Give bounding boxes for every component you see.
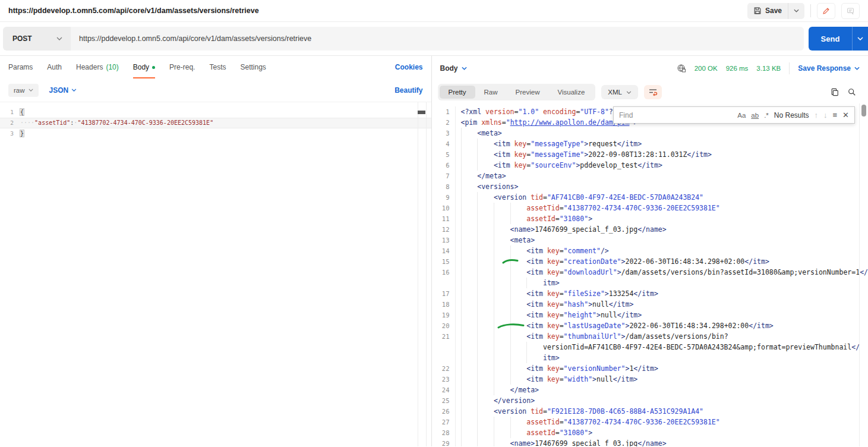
code-line: itm> [432, 278, 868, 288]
response-tab-visualize[interactable]: Visualize [548, 86, 594, 99]
response-tab-pretty[interactable]: Pretty [440, 86, 475, 99]
chevron-down-icon [29, 89, 33, 92]
tab-auth[interactable]: Auth [47, 56, 62, 78]
code-line: 26<version tid="F921E128-7D0B-4C65-88B4-… [432, 406, 868, 417]
copy-icon[interactable] [831, 88, 839, 96]
annotation-green-stroke-1 [502, 258, 519, 265]
code-line: 6<itm key="sourceEnv">pddevelop_test</it… [432, 160, 868, 171]
tab-headers[interactable]: Headers(10) [76, 56, 119, 78]
header-divider [789, 62, 790, 74]
save-button[interactable]: Save [747, 3, 788, 19]
close-icon[interactable]: ✕ [842, 111, 849, 119]
code-line: 8<versions> [432, 181, 868, 192]
code-line: 29<name>17467699_special_f_03.jpg</name> [432, 438, 868, 446]
code-line: 3} [0, 128, 431, 139]
save-options-chevron[interactable] [788, 3, 804, 19]
chevron-down-icon [56, 37, 62, 40]
search-icon[interactable] [848, 88, 856, 96]
code-line: 16<itm key="downloadUrl">/dam/assets/ver… [432, 267, 868, 278]
code-line: 9<version tid="AF741CB0-4F97-42E4-BEDC-5… [432, 192, 868, 203]
body-format-label: raw [14, 87, 25, 94]
code-line: 13<meta> [432, 235, 868, 245]
request-panel: ParamsAuthHeaders(10)BodyPre-req.TestsSe… [0, 56, 432, 446]
find-in-selection-icon[interactable]: ≡ [833, 111, 838, 119]
request-tabs: ParamsAuthHeaders(10)BodyPre-req.TestsSe… [0, 56, 431, 78]
url-value: https://pddevelop.t.omn5.com/api/core/v1… [79, 34, 311, 43]
response-scrollbar-thumb[interactable] [861, 105, 866, 117]
code-line: 7</meta> [432, 171, 868, 181]
code-line: 5<itm key="messageTime">2022-09-08T13:28… [432, 149, 868, 160]
tab-body[interactable]: Body [133, 56, 155, 78]
chevron-down-icon [462, 67, 467, 70]
body-language-select[interactable]: JSON [49, 86, 77, 95]
code-line: 17<itm key="fileSize">133254</itm> [432, 288, 868, 299]
method-label: POST [12, 34, 32, 43]
network-globe-lock-icon [677, 64, 686, 73]
code-line: 19<itm key="height">null</itm> [432, 310, 868, 320]
code-line: 28assetId="31080"> [432, 427, 868, 438]
response-body-viewer[interactable]: Find Aa ab .* No Results ↑ ↓ ≡ ✕ [432, 103, 868, 446]
request-editor-scrollbar[interactable] [418, 102, 427, 446]
request-body-editor[interactable]: 1{2····"assetTid":·"41387702-4734-470C-9… [0, 102, 431, 446]
response-time: 926 ms [726, 65, 749, 72]
response-language-label: XML [608, 89, 622, 96]
response-body-label: Body [440, 64, 458, 73]
chevron-down-icon [854, 67, 860, 70]
save-button-group: Save [747, 3, 804, 19]
annotation-green-stroke-2 [497, 322, 525, 329]
beautify-link[interactable]: Beautify [394, 86, 422, 95]
regex-icon[interactable]: .* [764, 112, 769, 119]
tab-settings[interactable]: Settings [240, 56, 266, 78]
response-panel: Body 200 OK 926 ms 3.13 KB Save Response [432, 56, 868, 446]
response-language-select[interactable]: XML [601, 85, 638, 99]
wrap-lines-icon [648, 88, 658, 96]
url-input[interactable]: https://pddevelop.t.omn5.com/api/core/v1… [71, 27, 804, 51]
comment-button[interactable] [841, 3, 860, 19]
code-line: 23<itm key="width">null</itm> [432, 374, 868, 385]
body-format-select[interactable]: raw [8, 84, 39, 97]
send-button-group: Send [809, 27, 868, 51]
body-language-label: JSON [49, 86, 69, 95]
code-line: 12<name>17467699_special_f_03.jpg</name> [432, 224, 868, 235]
save-response-button[interactable]: Save Response [798, 64, 860, 73]
cookies-link[interactable]: Cookies [395, 63, 423, 71]
method-select[interactable]: POST [3, 27, 71, 51]
request-title: https://pddevelop.t.omn5.com/api/core/v1… [8, 7, 259, 15]
code-line: 10assetTid="41387702-4734-470C-9336-20EE… [432, 203, 868, 213]
code-line: 3<meta> [432, 128, 868, 138]
code-line: 15<itm key="creationDate">2022-06-30T16:… [432, 256, 868, 267]
chevron-down-icon [71, 89, 77, 92]
code-line: 21<itm key="thumbnailUrl">/dam/assets/ve… [432, 331, 868, 342]
find-placeholder: Find [619, 111, 737, 119]
send-options-chevron[interactable] [852, 27, 868, 51]
code-line: 25</version> [432, 395, 868, 406]
chevron-down-icon [626, 91, 632, 94]
wrap-lines-toggle[interactable] [644, 85, 662, 99]
tab-pre-req-[interactable]: Pre-req. [169, 56, 195, 78]
toolbar-divider [810, 4, 811, 17]
find-next-icon[interactable]: ↓ [823, 111, 828, 119]
code-line: 14<itm key="comment"/> [432, 245, 868, 256]
response-header: Body 200 OK 926 ms 3.13 KB Save Response [432, 56, 868, 81]
body-toolbar: raw JSON Beautify [0, 78, 431, 102]
response-scrollbar-track [859, 103, 860, 446]
match-case-icon[interactable]: Aa [737, 112, 746, 119]
find-input[interactable]: Find Aa ab .* [619, 107, 769, 123]
tab-params[interactable]: Params [8, 56, 33, 78]
whole-word-icon[interactable]: ab [751, 112, 759, 119]
request-url-row: POST https://pddevelop.t.omn5.com/api/co… [0, 22, 868, 56]
scrollbar-mark [418, 111, 425, 114]
tab-tests[interactable]: Tests [209, 56, 226, 78]
response-tab-raw[interactable]: Raw [475, 86, 507, 99]
save-response-label: Save Response [798, 64, 851, 73]
response-tab-group: PrettyRawPreviewVisualize [438, 84, 596, 100]
edit-button[interactable] [817, 3, 835, 19]
find-previous-icon[interactable]: ↑ [815, 111, 819, 119]
code-line: 1{ [0, 107, 431, 118]
floppy-icon [753, 7, 762, 15]
send-button[interactable]: Send [809, 27, 852, 51]
response-tab-preview[interactable]: Preview [507, 86, 549, 99]
pencil-icon [822, 7, 830, 15]
code-line: 2····"assetTid":·"41387702-4734-470C-933… [0, 118, 431, 128]
response-body-select[interactable]: Body [440, 64, 467, 73]
